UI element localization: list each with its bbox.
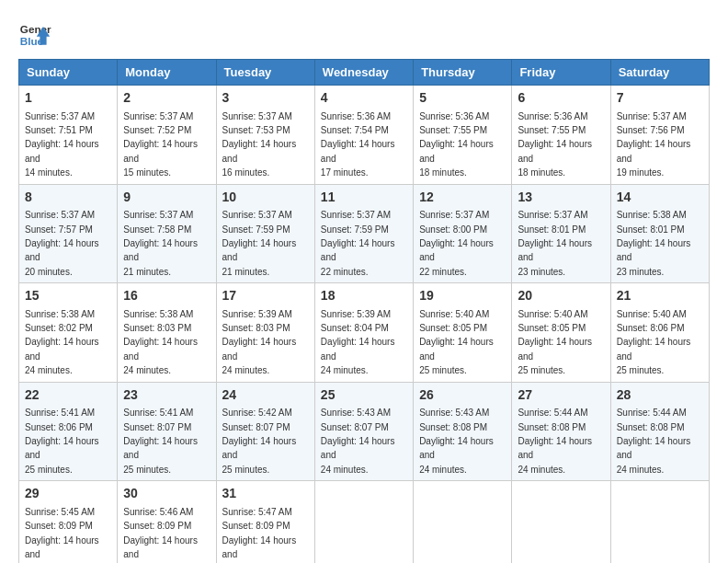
calendar-cell: 17Sunrise: 5:39 AMSunset: 8:03 PMDayligh… xyxy=(216,283,314,383)
calendar-week-4: 22Sunrise: 5:41 AMSunset: 8:06 PMDayligh… xyxy=(19,382,710,481)
day-info: Sunrise: 5:43 AMSunset: 8:07 PMDaylight:… xyxy=(321,408,395,475)
day-info: Sunrise: 5:36 AMSunset: 7:54 PMDaylight:… xyxy=(321,111,395,178)
calendar-cell: 6Sunrise: 5:36 AMSunset: 7:55 PMDaylight… xyxy=(512,86,610,185)
calendar-cell: 23Sunrise: 5:41 AMSunset: 8:07 PMDayligh… xyxy=(118,382,216,481)
day-info: Sunrise: 5:39 AMSunset: 8:03 PMDaylight:… xyxy=(222,309,297,376)
calendar-week-3: 15Sunrise: 5:38 AMSunset: 8:02 PMDayligh… xyxy=(19,283,710,383)
calendar-cell xyxy=(314,481,413,563)
day-number: 3 xyxy=(222,89,309,108)
calendar-cell xyxy=(610,481,709,563)
calendar-week-5: 29Sunrise: 5:45 AMSunset: 8:09 PMDayligh… xyxy=(19,481,710,563)
day-info: Sunrise: 5:36 AMSunset: 7:55 PMDaylight:… xyxy=(419,111,494,178)
day-number: 16 xyxy=(123,287,210,305)
calendar-table: SundayMondayTuesdayWednesdayThursdayFrid… xyxy=(18,59,710,563)
day-number: 6 xyxy=(518,89,604,108)
day-info: Sunrise: 5:45 AMSunset: 8:09 PMDaylight:… xyxy=(25,507,99,563)
calendar-cell: 11Sunrise: 5:37 AMSunset: 7:59 PMDayligh… xyxy=(314,184,413,283)
day-number: 17 xyxy=(222,287,309,305)
day-info: Sunrise: 5:39 AMSunset: 8:04 PMDaylight:… xyxy=(321,309,395,376)
calendar-cell: 27Sunrise: 5:44 AMSunset: 8:08 PMDayligh… xyxy=(512,382,610,481)
calendar-cell: 5Sunrise: 5:36 AMSunset: 7:55 PMDaylight… xyxy=(414,86,512,185)
calendar-cell: 24Sunrise: 5:42 AMSunset: 8:07 PMDayligh… xyxy=(216,382,314,481)
calendar-body: 1Sunrise: 5:37 AMSunset: 7:51 PMDaylight… xyxy=(19,86,710,564)
weekday-header-tuesday: Tuesday xyxy=(216,60,314,86)
day-number: 28 xyxy=(617,386,703,405)
day-info: Sunrise: 5:37 AMSunset: 7:57 PMDaylight:… xyxy=(25,210,99,277)
weekday-header-monday: Monday xyxy=(118,60,216,86)
day-number: 20 xyxy=(518,287,604,305)
day-info: Sunrise: 5:37 AMSunset: 8:00 PMDaylight:… xyxy=(419,210,494,277)
day-number: 15 xyxy=(25,287,111,305)
day-info: Sunrise: 5:37 AMSunset: 7:59 PMDaylight:… xyxy=(222,210,297,277)
day-info: Sunrise: 5:42 AMSunset: 8:07 PMDaylight:… xyxy=(222,408,297,475)
day-number: 10 xyxy=(222,189,309,207)
weekday-header-row: SundayMondayTuesdayWednesdayThursdayFrid… xyxy=(19,60,710,86)
weekday-header-thursday: Thursday xyxy=(414,60,512,86)
weekday-header-sunday: Sunday xyxy=(19,60,118,86)
calendar-week-1: 1Sunrise: 5:37 AMSunset: 7:51 PMDaylight… xyxy=(19,86,710,185)
day-number: 23 xyxy=(123,386,210,405)
calendar-cell: 3Sunrise: 5:37 AMSunset: 7:53 PMDaylight… xyxy=(216,86,314,185)
weekday-header-friday: Friday xyxy=(512,60,610,86)
calendar-cell: 22Sunrise: 5:41 AMSunset: 8:06 PMDayligh… xyxy=(19,382,118,481)
day-number: 31 xyxy=(222,485,309,503)
day-number: 24 xyxy=(222,386,309,405)
day-info: Sunrise: 5:37 AMSunset: 7:58 PMDaylight:… xyxy=(123,210,198,277)
day-info: Sunrise: 5:41 AMSunset: 8:06 PMDaylight:… xyxy=(25,408,99,475)
calendar-cell: 31Sunrise: 5:47 AMSunset: 8:09 PMDayligh… xyxy=(216,481,314,563)
calendar-cell: 19Sunrise: 5:40 AMSunset: 8:05 PMDayligh… xyxy=(414,283,512,383)
day-number: 2 xyxy=(123,89,210,108)
day-number: 21 xyxy=(617,287,703,305)
day-info: Sunrise: 5:40 AMSunset: 8:06 PMDaylight:… xyxy=(617,309,691,376)
calendar-cell: 20Sunrise: 5:40 AMSunset: 8:05 PMDayligh… xyxy=(512,283,610,383)
day-number: 14 xyxy=(617,189,703,207)
day-info: Sunrise: 5:37 AMSunset: 7:51 PMDaylight:… xyxy=(25,111,99,178)
logo-icon: General Blue xyxy=(18,18,51,52)
day-info: Sunrise: 5:37 AMSunset: 7:52 PMDaylight:… xyxy=(123,111,198,178)
day-number: 9 xyxy=(123,189,210,207)
calendar-week-2: 8Sunrise: 5:37 AMSunset: 7:57 PMDaylight… xyxy=(19,184,710,283)
day-number: 25 xyxy=(321,386,407,405)
calendar-cell: 21Sunrise: 5:40 AMSunset: 8:06 PMDayligh… xyxy=(610,283,709,383)
calendar-cell: 15Sunrise: 5:38 AMSunset: 8:02 PMDayligh… xyxy=(19,283,118,383)
calendar-cell: 2Sunrise: 5:37 AMSunset: 7:52 PMDaylight… xyxy=(118,86,216,185)
calendar-cell xyxy=(512,481,610,563)
header: General Blue xyxy=(18,18,710,52)
day-number: 7 xyxy=(617,89,703,108)
day-info: Sunrise: 5:37 AMSunset: 7:59 PMDaylight:… xyxy=(321,210,395,277)
day-info: Sunrise: 5:43 AMSunset: 8:08 PMDaylight:… xyxy=(419,408,494,475)
day-number: 8 xyxy=(25,189,111,207)
calendar-cell: 8Sunrise: 5:37 AMSunset: 7:57 PMDaylight… xyxy=(19,184,118,283)
calendar-cell: 25Sunrise: 5:43 AMSunset: 8:07 PMDayligh… xyxy=(314,382,413,481)
logo: General Blue xyxy=(18,18,51,52)
day-info: Sunrise: 5:40 AMSunset: 8:05 PMDaylight:… xyxy=(419,309,494,376)
day-info: Sunrise: 5:36 AMSunset: 7:55 PMDaylight:… xyxy=(518,111,592,178)
day-number: 1 xyxy=(25,89,111,108)
calendar-cell: 4Sunrise: 5:36 AMSunset: 7:54 PMDaylight… xyxy=(314,86,413,185)
calendar-cell: 13Sunrise: 5:37 AMSunset: 8:01 PMDayligh… xyxy=(512,184,610,283)
day-number: 26 xyxy=(419,386,506,405)
calendar-cell xyxy=(414,481,512,563)
day-number: 5 xyxy=(419,89,506,108)
day-number: 22 xyxy=(25,386,111,405)
day-info: Sunrise: 5:46 AMSunset: 8:09 PMDaylight:… xyxy=(123,507,198,563)
day-info: Sunrise: 5:40 AMSunset: 8:05 PMDaylight:… xyxy=(518,309,592,376)
calendar-cell: 7Sunrise: 5:37 AMSunset: 7:56 PMDaylight… xyxy=(610,86,709,185)
day-info: Sunrise: 5:44 AMSunset: 8:08 PMDaylight:… xyxy=(518,408,592,475)
day-info: Sunrise: 5:37 AMSunset: 7:56 PMDaylight:… xyxy=(617,111,691,178)
day-info: Sunrise: 5:47 AMSunset: 8:09 PMDaylight:… xyxy=(222,507,297,563)
calendar-cell: 16Sunrise: 5:38 AMSunset: 8:03 PMDayligh… xyxy=(118,283,216,383)
day-info: Sunrise: 5:37 AMSunset: 7:53 PMDaylight:… xyxy=(222,111,297,178)
day-number: 27 xyxy=(518,386,604,405)
day-number: 19 xyxy=(419,287,506,305)
calendar-cell: 18Sunrise: 5:39 AMSunset: 8:04 PMDayligh… xyxy=(314,283,413,383)
calendar-cell: 28Sunrise: 5:44 AMSunset: 8:08 PMDayligh… xyxy=(610,382,709,481)
day-number: 29 xyxy=(25,485,111,503)
calendar-cell: 29Sunrise: 5:45 AMSunset: 8:09 PMDayligh… xyxy=(19,481,118,563)
calendar-cell: 9Sunrise: 5:37 AMSunset: 7:58 PMDaylight… xyxy=(118,184,216,283)
calendar-cell: 10Sunrise: 5:37 AMSunset: 7:59 PMDayligh… xyxy=(216,184,314,283)
day-number: 30 xyxy=(123,485,210,503)
weekday-header-wednesday: Wednesday xyxy=(314,60,413,86)
day-info: Sunrise: 5:38 AMSunset: 8:01 PMDaylight:… xyxy=(617,210,691,277)
weekday-header-saturday: Saturday xyxy=(610,60,709,86)
